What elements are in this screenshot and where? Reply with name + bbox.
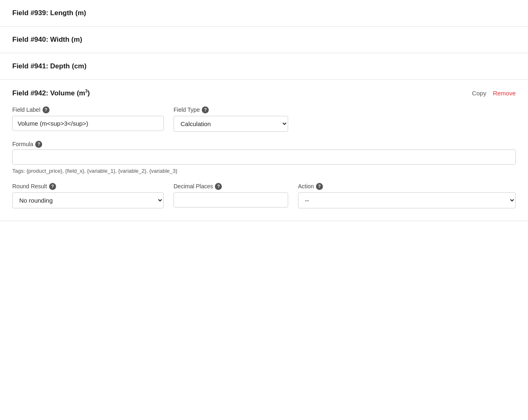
- field-940-section: Field #940: Width (m): [0, 27, 528, 53]
- field-942-header: Field #942: Volume (m3) Copy Remove: [12, 89, 516, 97]
- remove-button[interactable]: Remove: [493, 90, 516, 97]
- field-940-header: Field #940: Width (m): [12, 36, 516, 44]
- action-label: Action ?: [298, 183, 516, 190]
- action-select[interactable]: -- Add Subtract Multiply: [298, 192, 516, 208]
- formula-tags: Tags: {product_price}, {field_x}, {varia…: [12, 168, 516, 174]
- field-type-help-icon[interactable]: ?: [202, 106, 209, 113]
- field-941-header: Field #941: Depth (cm): [12, 62, 516, 70]
- field-942-title: Field #942: Volume (m3): [12, 89, 90, 97]
- round-result-group: Round Result ? No rounding Round up Roun…: [12, 183, 164, 208]
- decimal-places-label: Decimal Places ?: [174, 183, 288, 190]
- field-label-label: Field Label ?: [12, 106, 164, 113]
- fields-container: Field #939: Length (m) Field #940: Width…: [0, 0, 528, 221]
- formula-input[interactable]: {field_939} * {field_940} * ( {field_941…: [12, 149, 516, 165]
- field-label-input[interactable]: [12, 116, 164, 131]
- field-label-help-icon[interactable]: ?: [43, 106, 50, 113]
- field-939-section: Field #939: Length (m): [0, 0, 528, 27]
- action-group: Action ? -- Add Subtract Multiply: [298, 183, 516, 208]
- field-941-section: Field #941: Depth (cm): [0, 53, 528, 80]
- field-939-header: Field #939: Length (m): [12, 9, 516, 17]
- field-942-actions: Copy Remove: [472, 90, 516, 97]
- copy-button[interactable]: Copy: [472, 90, 486, 97]
- decimal-places-help-icon[interactable]: ?: [215, 183, 222, 190]
- field-942-section: Field #942: Volume (m3) Copy Remove Fiel…: [0, 80, 528, 221]
- formula-row: Formula ? {field_939} * {field_940} * ( …: [12, 141, 516, 174]
- field-type-label: Field Type ?: [174, 106, 288, 113]
- formula-label: Formula ?: [12, 141, 516, 148]
- field-939-title: Field #939: Length (m): [12, 9, 86, 17]
- round-result-select[interactable]: No rounding Round up Round down Round ha…: [12, 192, 164, 208]
- bottom-row: Round Result ? No rounding Round up Roun…: [12, 183, 516, 208]
- decimal-places-input[interactable]: 2: [174, 192, 288, 208]
- field-label-type-row: Field Label ? Field Type ? Calculation T…: [12, 106, 516, 132]
- round-result-help-icon[interactable]: ?: [49, 183, 56, 190]
- formula-help-icon[interactable]: ?: [35, 141, 42, 148]
- field-type-group: Field Type ? Calculation Text Number Dat…: [174, 106, 288, 132]
- field-941-title: Field #941: Depth (cm): [12, 62, 86, 70]
- field-label-group: Field Label ?: [12, 106, 164, 132]
- field-940-title: Field #940: Width (m): [12, 36, 82, 44]
- field-type-select[interactable]: Calculation Text Number Date: [174, 116, 288, 132]
- round-result-label: Round Result ?: [12, 183, 164, 190]
- decimal-places-group: Decimal Places ? 2: [174, 183, 288, 208]
- action-help-icon[interactable]: ?: [316, 183, 323, 190]
